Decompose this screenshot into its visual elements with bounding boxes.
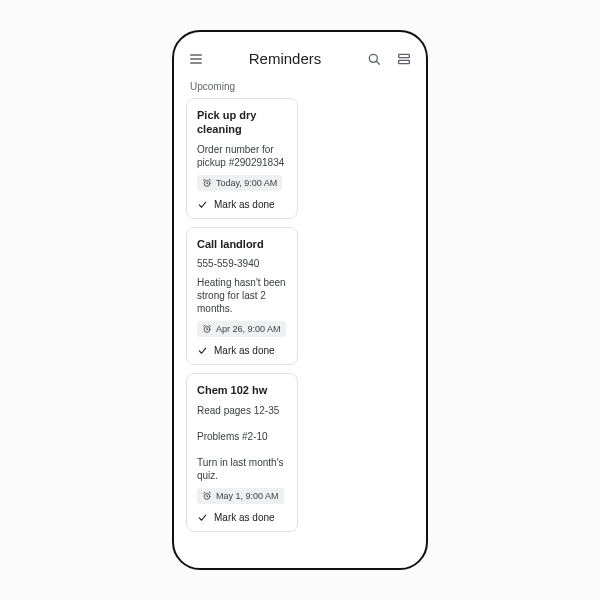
cards-grid: Pick up dry cleaning Order number for pi… bbox=[174, 98, 426, 532]
reminder-card[interactable]: Pick up dry cleaning Order number for pi… bbox=[186, 98, 298, 219]
svg-line-16 bbox=[209, 326, 210, 327]
app-header: Reminders bbox=[174, 42, 426, 73]
svg-rect-5 bbox=[399, 54, 410, 57]
svg-line-4 bbox=[376, 61, 379, 64]
svg-rect-6 bbox=[399, 60, 410, 63]
hamburger-menu-icon[interactable] bbox=[188, 51, 204, 67]
card-title: Pick up dry cleaning bbox=[197, 109, 287, 137]
alarm-icon bbox=[202, 324, 212, 334]
check-icon bbox=[197, 345, 208, 356]
time-text: May 1, 9:00 AM bbox=[216, 491, 279, 501]
reminder-card[interactable]: Chem 102 hw Read pages 12-35 Problems #2… bbox=[186, 373, 298, 532]
mark-done-label: Mark as done bbox=[214, 345, 275, 356]
time-text: Today, 9:00 AM bbox=[216, 178, 277, 188]
mark-done-button[interactable]: Mark as done bbox=[197, 197, 287, 210]
card-body: Order number for pickup #290291834 bbox=[197, 143, 287, 169]
time-text: Apr 26, 9:00 AM bbox=[216, 324, 281, 334]
svg-line-11 bbox=[209, 179, 210, 180]
card-subtitle: 555-559-3940 bbox=[197, 257, 287, 270]
check-icon bbox=[197, 199, 208, 210]
mark-done-button[interactable]: Mark as done bbox=[197, 343, 287, 356]
mark-done-label: Mark as done bbox=[214, 512, 275, 523]
view-toggle-icon[interactable] bbox=[396, 51, 412, 67]
card-body: Heating hasn't been strong for last 2 mo… bbox=[197, 276, 287, 315]
card-body: Read pages 12-35 Problems #2-10 Turn in … bbox=[197, 404, 287, 482]
time-chip: May 1, 9:00 AM bbox=[197, 488, 284, 504]
svg-line-15 bbox=[204, 326, 205, 327]
svg-line-21 bbox=[209, 492, 210, 493]
svg-line-10 bbox=[204, 179, 205, 180]
svg-line-20 bbox=[204, 492, 205, 493]
section-label-upcoming: Upcoming bbox=[174, 73, 426, 98]
page-title: Reminders bbox=[249, 50, 322, 67]
mark-done-button[interactable]: Mark as done bbox=[197, 510, 287, 523]
alarm-icon bbox=[202, 178, 212, 188]
search-icon[interactable] bbox=[366, 51, 382, 67]
time-chip: Today, 9:00 AM bbox=[197, 175, 282, 191]
reminder-card[interactable]: Call landlord 555-559-3940 Heating hasn'… bbox=[186, 227, 298, 366]
check-icon bbox=[197, 512, 208, 523]
mark-done-label: Mark as done bbox=[214, 199, 275, 210]
time-chip: Apr 26, 9:00 AM bbox=[197, 321, 286, 337]
card-title: Chem 102 hw bbox=[197, 384, 287, 398]
phone-frame: Reminders Upcoming Pick up dry cleaning … bbox=[172, 30, 428, 570]
card-title: Call landlord bbox=[197, 238, 287, 252]
alarm-icon bbox=[202, 491, 212, 501]
